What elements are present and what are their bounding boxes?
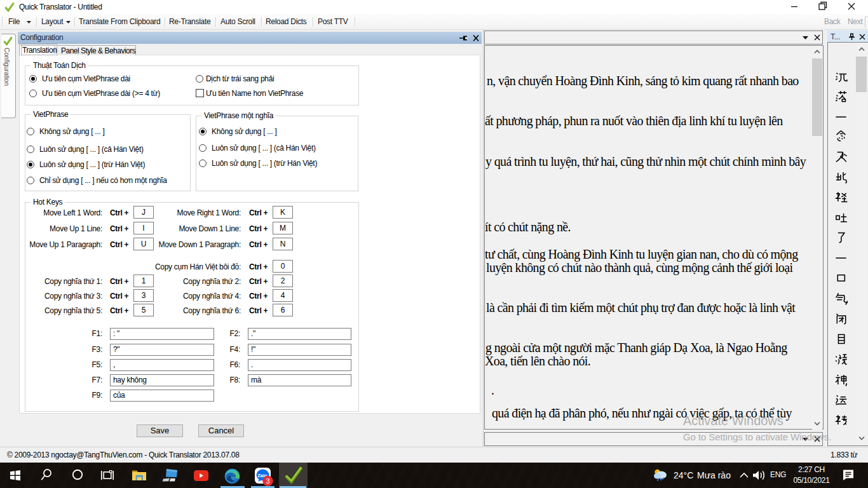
svg-text:3: 3 <box>266 477 269 485</box>
